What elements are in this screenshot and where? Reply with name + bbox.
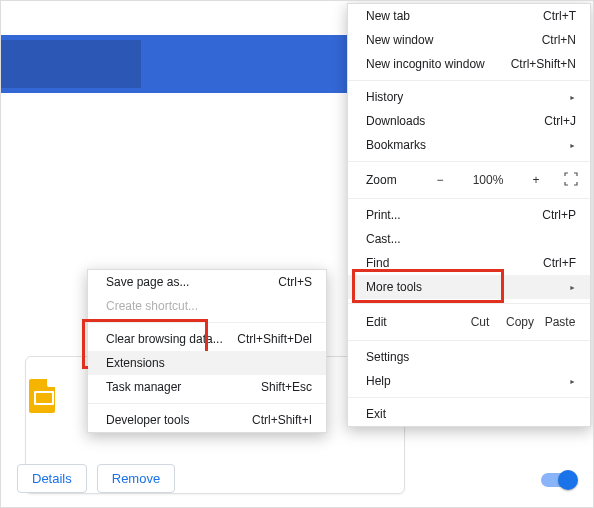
fullscreen-icon[interactable]: [564, 172, 580, 189]
menu-shortcut: Ctrl+Shift+Del: [237, 332, 312, 346]
menu-shortcut: Shift+Esc: [261, 380, 312, 394]
submenu-task-manager[interactable]: Task manager Shift+Esc: [88, 375, 326, 399]
menu-label: Extensions: [106, 356, 165, 370]
menu-zoom-row: Zoom − 100% +: [348, 166, 590, 194]
menu-edit-row: Edit Cut Copy Paste: [348, 308, 590, 336]
menu-label: More tools: [366, 280, 422, 294]
cut-button[interactable]: Cut: [460, 315, 500, 329]
menu-more-tools-row[interactable]: More tools: [348, 275, 590, 299]
menu-shortcut: Ctrl+T: [543, 9, 576, 23]
menu-label: Developer tools: [106, 413, 189, 427]
menu-label: Save page as...: [106, 275, 189, 289]
menu-label: Cast...: [366, 232, 401, 246]
details-button[interactable]: Details: [17, 464, 87, 493]
page-header-bar: [1, 35, 349, 93]
submenu-developer-tools[interactable]: Developer tools Ctrl+Shift+I: [88, 408, 326, 432]
menu-label: Print...: [366, 208, 401, 222]
menu-label: Find: [366, 256, 389, 270]
chrome-menu: New tab Ctrl+T New window Ctrl+N New inc…: [347, 3, 591, 427]
menu-separator: [348, 161, 590, 162]
menu-print[interactable]: Print... Ctrl+P: [348, 203, 590, 227]
menu-exit[interactable]: Exit: [348, 402, 590, 426]
zoom-in-button[interactable]: +: [516, 173, 556, 187]
remove-button[interactable]: Remove: [97, 464, 175, 493]
menu-label: Bookmarks: [366, 138, 426, 152]
menu-label: Downloads: [366, 114, 425, 128]
menu-label: Exit: [366, 407, 386, 421]
menu-history[interactable]: History: [348, 85, 590, 109]
menu-help[interactable]: Help: [348, 369, 590, 393]
menu-separator: [88, 322, 326, 323]
menu-label: Clear browsing data...: [106, 332, 223, 346]
menu-find[interactable]: Find Ctrl+F: [348, 251, 590, 275]
menu-downloads[interactable]: Downloads Ctrl+J: [348, 109, 590, 133]
menu-shortcut: Ctrl+Shift+N: [511, 57, 576, 71]
menu-separator: [348, 198, 590, 199]
menu-bookmarks[interactable]: Bookmarks: [348, 133, 590, 157]
submenu-save-page-as[interactable]: Save page as... Ctrl+S: [88, 270, 326, 294]
menu-separator: [348, 303, 590, 304]
menu-cast[interactable]: Cast...: [348, 227, 590, 251]
zoom-label: Zoom: [366, 173, 412, 187]
menu-label: New window: [366, 33, 433, 47]
menu-separator: [348, 340, 590, 341]
more-tools-submenu: Save page as... Ctrl+S Create shortcut..…: [87, 269, 327, 433]
zoom-value: 100%: [468, 173, 508, 187]
menu-label: Settings: [366, 350, 409, 364]
extension-toggle[interactable]: [541, 473, 575, 487]
menu-separator: [348, 397, 590, 398]
menu-label: Task manager: [106, 380, 181, 394]
edit-label: Edit: [366, 315, 460, 329]
menu-shortcut: Ctrl+Shift+I: [252, 413, 312, 427]
menu-shortcut: Ctrl+J: [544, 114, 576, 128]
submenu-clear-browsing-data[interactable]: Clear browsing data... Ctrl+Shift+Del: [88, 327, 326, 351]
menu-more-tools[interactable]: More tools: [348, 275, 590, 299]
slides-icon: [29, 379, 55, 413]
menu-shortcut: Ctrl+F: [543, 256, 576, 270]
copy-button[interactable]: Copy: [500, 315, 540, 329]
menu-new-tab[interactable]: New tab Ctrl+T: [348, 4, 590, 28]
menu-new-window[interactable]: New window Ctrl+N: [348, 28, 590, 52]
menu-shortcut: Ctrl+P: [542, 208, 576, 222]
paste-button[interactable]: Paste: [540, 315, 580, 329]
menu-label: Help: [366, 374, 391, 388]
menu-label: Create shortcut...: [106, 299, 198, 313]
zoom-out-button[interactable]: −: [420, 173, 460, 187]
menu-settings[interactable]: Settings: [348, 345, 590, 369]
menu-label: New tab: [366, 9, 410, 23]
menu-new-incognito[interactable]: New incognito window Ctrl+Shift+N: [348, 52, 590, 76]
menu-separator: [348, 80, 590, 81]
menu-shortcut: Ctrl+S: [278, 275, 312, 289]
submenu-create-shortcut: Create shortcut...: [88, 294, 326, 318]
menu-shortcut: Ctrl+N: [542, 33, 576, 47]
menu-label: New incognito window: [366, 57, 485, 71]
menu-separator: [88, 403, 326, 404]
menu-label: History: [366, 90, 403, 104]
submenu-extensions[interactable]: Extensions: [88, 351, 326, 375]
header-darker-block: [1, 40, 141, 88]
